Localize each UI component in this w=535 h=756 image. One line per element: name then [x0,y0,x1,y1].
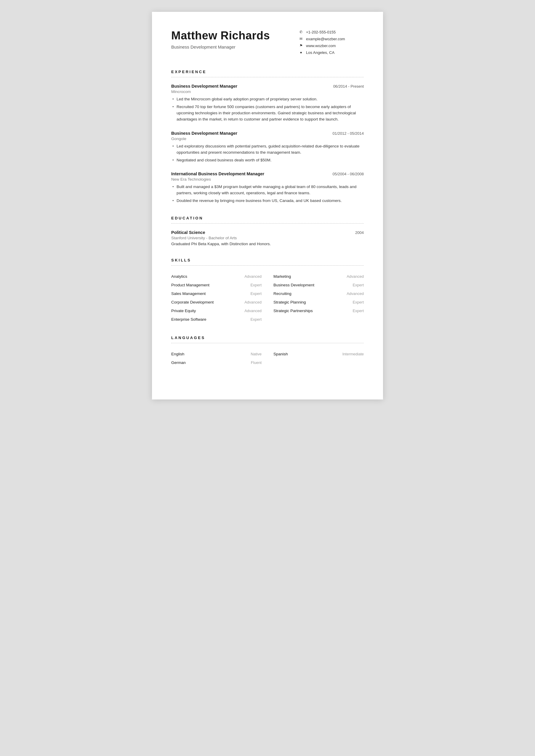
skill-row-strategic-partnerships: Strategic Partnerships Expert [273,307,364,315]
skills-section: SKILLS Analytics Advanced Product Manage… [171,258,364,324]
lang-level-spanish: Intermediate [343,352,364,356]
skill-level-strategic-partnerships: Expert [352,309,364,313]
header-contact: ✆ +1-202-555-0155 ✉ example@wozber.com ⚑… [298,30,364,55]
languages-left-column: English Native German Fluent [171,350,262,367]
skill-level-recruiting: Advanced [347,291,364,296]
job-header-3: International Business Development Manag… [171,172,364,176]
languages-section: LANGUAGES English Native German Fluent S… [171,336,364,367]
edu-item-1: Political Science 2004 Stanford Universi… [171,230,364,246]
languages-divider [171,343,364,343]
edu-header-1: Political Science 2004 [171,230,364,235]
job-company-1: Mincrocom [171,90,364,94]
skill-row-recruiting: Recruiting Advanced [273,289,364,298]
skill-row-strategic-planning: Strategic Planning Expert [273,298,364,307]
skill-level-biz-dev: Expert [352,283,364,287]
skill-name-analytics: Analytics [171,274,187,279]
languages-right-column: Spanish Intermediate [273,350,364,367]
job-header-2: Business Development Manager 01/2012 - 0… [171,131,364,136]
skill-row-biz-dev: Business Development Expert [273,281,364,289]
edu-school-1: Stanford University - Bachelor of Arts [171,236,364,240]
contact-phone: ✆ +1-202-555-0155 [298,30,336,34]
skill-name-biz-dev: Business Development [273,283,314,287]
skill-row-product-mgmt: Product Management Expert [171,281,262,289]
header-left: Matthew Richards Business Development Ma… [171,30,298,49]
education-section-title: EDUCATION [171,216,364,220]
skill-row-corp-dev: Corporate Development Advanced [171,298,262,307]
resume-page: Matthew Richards Business Development Ma… [152,12,383,399]
phone-value: +1-202-555-0155 [306,30,336,34]
skill-name-private-equity: Private Equity [171,309,196,313]
skill-name-corp-dev: Corporate Development [171,300,213,305]
lang-name-german: German [171,360,186,365]
skills-grid: Analytics Advanced Product Management Ex… [171,272,364,324]
email-value: example@wozber.com [306,37,345,41]
job-title-1: Business Development Manager [171,84,237,89]
phone-icon: ✆ [298,30,303,34]
edu-note-1: Graduated Phi Beta Kappa, with Distincti… [171,242,364,246]
lang-name-english: English [171,352,184,356]
bullet-3-1: Built and managed a $3M program budget w… [171,184,364,196]
skill-row-analytics: Analytics Advanced [171,272,262,281]
lang-level-english: Native [251,352,262,356]
skill-row-private-equity: Private Equity Advanced [171,307,262,315]
experience-section: EXPERIENCE Business Development Manager … [171,69,364,204]
skill-name-recruiting: Recruiting [273,291,292,296]
skill-name-strategic-partnerships: Strategic Partnerships [273,309,313,313]
skills-right-column: Marketing Advanced Business Development … [273,272,364,324]
skill-name-strategic-planning: Strategic Planning [273,300,306,305]
bullet-3-2: Doubled the revenue by bringing more bus… [171,198,364,204]
skills-left-column: Analytics Advanced Product Management Ex… [171,272,262,324]
experience-divider [171,77,364,77]
skill-name-enterprise-sw: Enterprise Software [171,317,207,322]
skill-level-marketing: Advanced [347,274,364,279]
skill-name-sales-mgmt: Sales Management [171,291,206,296]
languages-grid: English Native German Fluent Spanish Int… [171,350,364,367]
education-section: EDUCATION Political Science 2004 Stanfor… [171,216,364,246]
job-item-3: International Business Development Manag… [171,172,364,204]
languages-section-title: LANGUAGES [171,336,364,340]
header: Matthew Richards Business Development Ma… [171,30,364,55]
skill-row-enterprise-sw: Enterprise Software Expert [171,315,262,324]
location-value: Los Angeles, CA [306,50,334,55]
lang-row-english: English Native [171,350,262,358]
job-item-1: Business Development Manager 06/2014 - P… [171,84,364,122]
job-bullets-3: Built and managed a $3M program budget w… [171,184,364,204]
skill-row-marketing: Marketing Advanced [273,272,364,281]
skill-name-product-mgmt: Product Management [171,283,210,287]
job-header-1: Business Development Manager 06/2014 - P… [171,84,364,89]
skill-row-sales-mgmt: Sales Management Expert [171,289,262,298]
skills-section-title: SKILLS [171,258,364,262]
job-dates-1: 06/2014 - Present [333,84,364,89]
job-title-3: International Business Development Manag… [171,172,264,176]
lang-row-german: German Fluent [171,358,262,367]
bullet-1-2: Recruited 70 top tier fortune 500 compan… [171,104,364,122]
skill-level-strategic-planning: Expert [352,300,364,305]
job-dates-3: 05/2004 - 06/2008 [332,172,364,176]
job-company-2: Gongole [171,137,364,141]
website-value: www.wozber.com [306,43,336,48]
bullet-2-1: Led exploratory discussions with potenti… [171,143,364,156]
skill-level-product-mgmt: Expert [250,283,262,287]
contact-location: ● Los Angeles, CA [298,50,334,55]
skill-name-marketing: Marketing [273,274,291,279]
job-company-3: New Era Technologies [171,177,364,181]
contact-website: ⚑ www.wozber.com [298,43,336,48]
job-bullets-1: Led the Mincrocom global early adoption … [171,96,364,122]
bullet-2-2: Negotiated and closed business deals wor… [171,157,364,163]
skill-level-analytics: Advanced [244,274,262,279]
skill-level-enterprise-sw: Expert [250,317,262,322]
candidate-name: Matthew Richards [171,30,298,42]
skills-divider [171,265,364,266]
job-item-2: Business Development Manager 01/2012 - 0… [171,131,364,163]
edu-degree-1: Political Science [171,230,205,235]
website-icon: ⚑ [298,43,303,48]
location-icon: ● [298,50,303,55]
job-bullets-2: Led exploratory discussions with potenti… [171,143,364,163]
contact-email: ✉ example@wozber.com [298,37,345,41]
candidate-title: Business Development Manager [171,44,298,49]
job-dates-2: 01/2012 - 05/2014 [332,131,364,136]
education-divider [171,223,364,224]
skill-level-corp-dev: Advanced [244,300,262,305]
job-title-2: Business Development Manager [171,131,237,136]
skill-level-private-equity: Advanced [244,309,262,313]
